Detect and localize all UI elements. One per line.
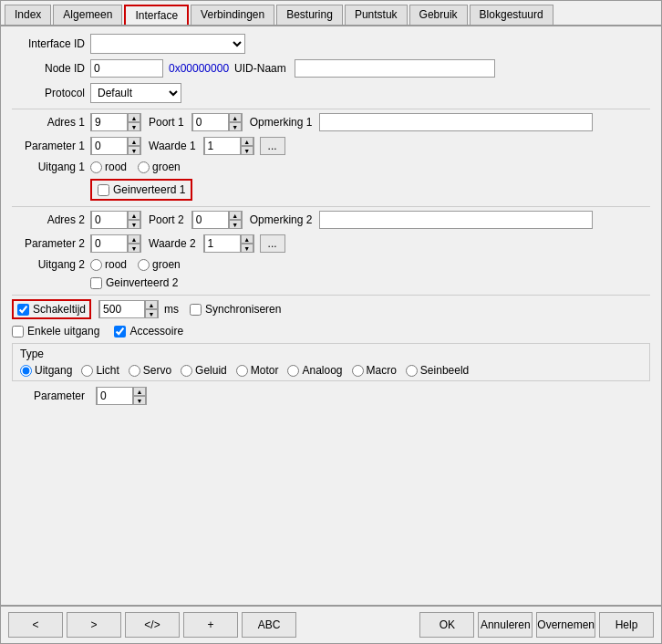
type-geluid-radio[interactable] — [181, 365, 192, 377]
type-analoog-radio[interactable] — [287, 365, 299, 377]
interface-id-select[interactable] — [90, 34, 245, 54]
tab-index[interactable]: Index — [5, 5, 51, 25]
adres1-input[interactable] — [91, 113, 128, 131]
type-licht-item[interactable]: Licht — [81, 364, 119, 377]
annuleren-button[interactable]: Annuleren — [478, 612, 533, 638]
overnemen-button[interactable]: Overnemen — [536, 612, 595, 638]
uid-naam-input[interactable] — [295, 59, 495, 78]
type-macro-label: Macro — [367, 364, 397, 377]
ok-button[interactable]: OK — [419, 612, 474, 638]
geinverteerd2-checkbox[interactable] — [90, 277, 102, 289]
next-button[interactable]: > — [67, 612, 121, 638]
type-licht-radio[interactable] — [81, 365, 93, 377]
parameter-row: Parameter ▲ ▼ — [12, 387, 650, 405]
waarde2-input[interactable] — [204, 234, 241, 253]
uid-naam-label: UID-Naam — [234, 62, 289, 75]
geinverteerd1-checkbox[interactable] — [98, 184, 109, 196]
protocol-select[interactable]: Default — [90, 83, 181, 103]
waarde2-dots-btn[interactable]: ... — [260, 234, 285, 253]
parameter1-input[interactable] — [91, 137, 128, 155]
poort1-input[interactable] — [192, 113, 229, 131]
uitgang2-rood-radio[interactable] — [90, 259, 102, 271]
type-seinbeeld-radio[interactable] — [406, 365, 418, 377]
poort2-spin-down[interactable]: ▼ — [229, 220, 242, 229]
tab-puntstuk[interactable]: Puntstuk — [345, 5, 408, 25]
uitgang2-groen-item[interactable]: groen — [138, 258, 181, 271]
adres1-spin-down[interactable]: ▼ — [128, 122, 140, 131]
type-seinbeeld-item[interactable]: Seinbeeld — [406, 364, 469, 377]
parameter1-spinner: ▲ ▼ — [90, 137, 141, 155]
uitgang1-rood-radio[interactable] — [90, 161, 102, 173]
waarde2-spin-down[interactable]: ▼ — [241, 244, 253, 253]
uitgang1-rood-item[interactable]: rood — [90, 161, 127, 173]
type-servo-item[interactable]: Servo — [129, 364, 171, 377]
opmerking2-input[interactable] — [319, 211, 593, 229]
tab-algemeen[interactable]: Algemeen — [53, 5, 122, 25]
poort2-input[interactable] — [192, 211, 229, 229]
waarde1-spin-up[interactable]: ▲ — [241, 137, 253, 146]
accessoire-checkbox[interactable] — [114, 326, 126, 338]
geinverteerd2-label: Geinverteerd 2 — [106, 276, 178, 289]
parameter1-spin-up[interactable]: ▲ — [128, 137, 140, 146]
type-motor-radio[interactable] — [236, 365, 248, 377]
type-uitgang-item[interactable]: Uitgang — [20, 364, 72, 377]
code-button[interactable]: </> — [125, 612, 180, 638]
type-geluid-item[interactable]: Geluid — [181, 364, 227, 377]
poort2-spin-up[interactable]: ▲ — [229, 211, 242, 220]
adres2-spin-up[interactable]: ▲ — [128, 211, 140, 220]
tab-gebruik[interactable]: Gebruik — [409, 5, 468, 25]
type-analoog-item[interactable]: Analoog — [287, 364, 342, 377]
type-servo-label: Servo — [143, 364, 171, 377]
uitgang2-rood-item[interactable]: rood — [90, 258, 127, 271]
geinverteerd2-group[interactable]: Geinverteerd 2 — [90, 276, 178, 289]
parameter2-input[interactable] — [91, 234, 128, 253]
abc-button[interactable]: ABC — [242, 612, 296, 638]
poort1-spin-down[interactable]: ▼ — [229, 122, 242, 131]
parameter2-spin-down[interactable]: ▼ — [128, 244, 140, 253]
help-button[interactable]: Help — [599, 612, 654, 638]
tab-besturing[interactable]: Besturing — [276, 5, 343, 25]
schakeltijd-spin-down[interactable]: ▼ — [145, 309, 158, 318]
waarde1-dots-btn[interactable]: ... — [260, 137, 285, 155]
tab-verbindingen[interactable]: Verbindingen — [191, 5, 274, 25]
enkele-uitgang-group[interactable]: Enkele uitgang — [12, 325, 99, 338]
schakeltijd-input[interactable] — [99, 300, 145, 318]
adres1-spin-up[interactable]: ▲ — [128, 113, 140, 122]
parameter1-spin-down[interactable]: ▼ — [128, 146, 140, 155]
type-uitgang-radio[interactable] — [20, 365, 32, 377]
schakeltijd-spin-up[interactable]: ▲ — [145, 300, 158, 309]
type-servo-radio[interactable] — [129, 365, 140, 377]
uitgang1-groen-radio[interactable] — [138, 161, 150, 173]
schakeltijd-checkbox[interactable] — [17, 304, 29, 316]
parameter2-spin-up[interactable]: ▲ — [128, 234, 140, 244]
uitgang2-groen-radio[interactable] — [138, 259, 150, 271]
parameter-input[interactable] — [97, 387, 133, 405]
type-macro-item[interactable]: Macro — [352, 364, 397, 377]
waarde2-label: Waarde 2 — [149, 237, 196, 250]
divider-1 — [12, 109, 650, 109]
synchroniseren-checkbox[interactable] — [190, 304, 202, 316]
accessoire-group[interactable]: Accessoire — [114, 325, 183, 338]
poort1-spin-up[interactable]: ▲ — [229, 113, 242, 122]
opmerking1-input[interactable] — [319, 113, 593, 131]
plus-button[interactable]: + — [183, 612, 238, 638]
prev-button[interactable]: < — [8, 612, 63, 638]
waarde1-input[interactable] — [204, 137, 241, 155]
parameter-spin-up[interactable]: ▲ — [133, 387, 146, 396]
waarde2-spin-up[interactable]: ▲ — [241, 234, 253, 244]
node-id-input[interactable] — [90, 59, 163, 78]
enkele-uitgang-checkbox[interactable] — [12, 326, 24, 338]
waarde1-spin-down[interactable]: ▼ — [241, 146, 253, 155]
bottom-toolbar: < > </> + ABC OK Annuleren Overnemen Hel… — [1, 605, 661, 643]
synchroniseren-group[interactable]: Synchroniseren — [190, 303, 281, 316]
parameter-spin-down[interactable]: ▼ — [133, 396, 146, 405]
tab-blokgestuurd[interactable]: Blokgestuurd — [470, 5, 553, 25]
uitgang1-groen-item[interactable]: groen — [138, 161, 181, 173]
adres2-spin-down[interactable]: ▼ — [128, 220, 140, 229]
adres2-spin-buttons: ▲ ▼ — [128, 211, 140, 229]
type-motor-item[interactable]: Motor — [236, 364, 279, 377]
adres2-input[interactable] — [91, 211, 128, 229]
tab-interface[interactable]: Interface — [124, 5, 189, 25]
uitgang1-row: Uitgang 1 rood groen — [12, 161, 650, 173]
type-macro-radio[interactable] — [352, 365, 364, 377]
